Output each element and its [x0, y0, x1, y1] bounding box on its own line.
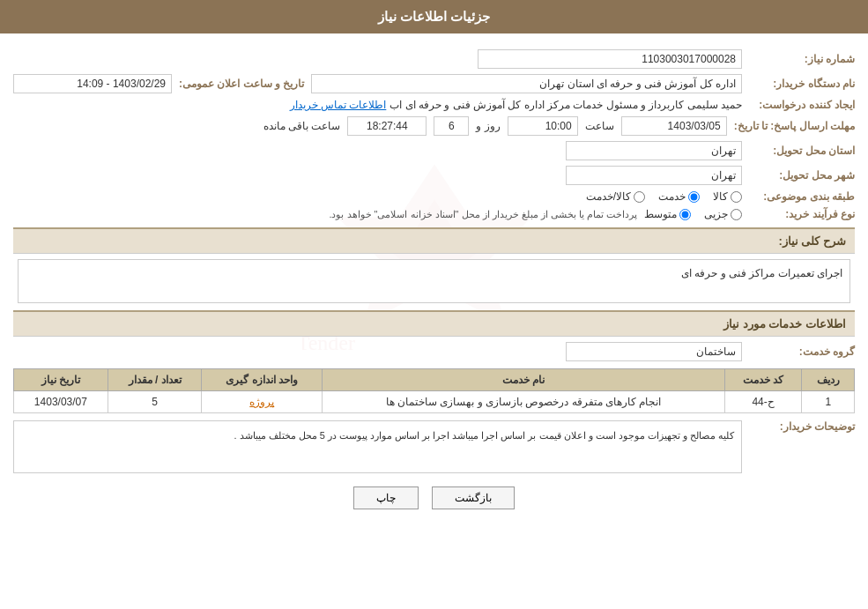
deadline-date: 1403/03/05	[621, 116, 727, 136]
buyer-org-label: نام دستگاه خریدار:	[749, 78, 855, 90]
purchase-type-jozi-label: جزیی	[704, 208, 728, 220]
city-value: تهران	[566, 166, 742, 185]
category-radio-group: کالا خدمت کالا/خدمت	[586, 190, 742, 203]
back-button[interactable]: بازگشت	[432, 486, 515, 509]
col-header-name: نام خدمت	[323, 369, 725, 391]
deadline-label: مهلت ارسال پاسخ: تا تاریخ:	[734, 120, 855, 132]
buyer-notes-label: توضیحات خریدار:	[749, 420, 855, 433]
category-option-kala[interactable]: کالا	[713, 190, 742, 203]
purchase-type-mottavasset[interactable]: متوسط	[644, 208, 691, 220]
category-kala-khedmat-label: کالا/خدمت	[586, 190, 631, 203]
province-value: تهران	[566, 141, 742, 160]
description-label: شرح کلی نیاز:	[778, 234, 846, 248]
page-title: جزئیات اطلاعات نیاز	[378, 9, 490, 24]
service-group-value: ساختمان	[566, 342, 742, 361]
creator-label: ایجاد کننده درخواست:	[749, 99, 855, 111]
buyer-notes-text: کلیه مصالح و تجهیزات موجود است و اعلان ق…	[234, 430, 734, 441]
buyer-org-value: اداره کل آموزش فنی و حرفه ای استان تهران	[311, 74, 742, 93]
deadline-remaining-label: ساعت باقی مانده	[263, 120, 341, 132]
table-cell-date: 1403/03/07	[14, 391, 108, 413]
description-box: اجرای تعمیرات مراکز فنی و حرفه ای	[18, 259, 850, 303]
table-cell-name: انجام کارهای متفرقه درخصوص بازسازی و بهس…	[323, 391, 725, 413]
col-header-code: کد خدمت	[724, 369, 802, 391]
button-row: بازگشت چاپ	[13, 486, 855, 509]
date-announce-label: تاریخ و ساعت اعلان عمومی:	[179, 78, 304, 90]
need-number-value: 1103003017000028	[478, 49, 742, 69]
deadline-remaining: 18:27:44	[347, 116, 427, 136]
deadline-time-label: ساعت	[585, 120, 614, 132]
category-option-khedmat[interactable]: خدمت	[658, 190, 700, 203]
description-section-title: شرح کلی نیاز:	[13, 227, 855, 254]
col-header-row: ردیف	[802, 369, 855, 391]
col-header-unit: واحد اندازه گیری	[202, 369, 323, 391]
deadline-time: 10:00	[508, 116, 578, 136]
service-table: ردیف کد خدمت نام خدمت واحد اندازه گیری ت…	[13, 368, 855, 413]
category-option-kala-khedmat[interactable]: کالا/خدمت	[586, 190, 645, 203]
creator-contact-link[interactable]: اطلاعات تماس خریدار	[290, 99, 387, 111]
service-group-label: گروه خدمت:	[749, 345, 855, 358]
purchase-type-radio-group: جزیی متوسط	[644, 208, 742, 220]
services-section-title: اطلاعات خدمات مورد نیاز	[13, 310, 855, 337]
table-cell-code: ح-44	[724, 391, 802, 413]
creator-value: حمید سلیمی کاربرداز و مسئول خدمات مرکز ا…	[389, 99, 742, 111]
table-row: 1ح-44انجام کارهای متفرقه درخصوص بازسازی …	[14, 391, 855, 413]
deadline-days-label: روز و	[476, 120, 500, 132]
date-announce-value: 1403/02/29 - 14:09	[13, 74, 172, 93]
city-label: شهر محل تحویل:	[749, 169, 855, 182]
province-label: استان محل تحویل:	[749, 145, 855, 157]
col-header-qty: تعداد / مقدار	[108, 369, 202, 391]
category-kala-label: کالا	[713, 190, 728, 203]
purchase-type-jozi[interactable]: جزیی	[704, 208, 742, 220]
table-cell-unit: پروژه	[202, 391, 323, 413]
purchase-type-label: نوع فرآیند خرید:	[749, 208, 855, 220]
buyer-notes-value: کلیه مصالح و تجهیزات موجود است و اعلان ق…	[13, 420, 742, 473]
page-header: جزئیات اطلاعات نیاز	[0, 0, 868, 33]
purchase-type-mottavasset-label: متوسط	[644, 208, 677, 220]
table-cell-quantity: 5	[108, 391, 202, 413]
table-cell-row: 1	[802, 391, 855, 413]
need-number-label: شماره نیاز:	[749, 53, 855, 65]
category-label: طبقه بندی موضوعی:	[749, 190, 855, 203]
deadline-days: 6	[434, 116, 469, 136]
category-khedmat-label: خدمت	[658, 190, 686, 203]
col-header-date: تاریخ نیاز	[14, 369, 108, 391]
print-button[interactable]: چاپ	[353, 486, 419, 509]
purchase-type-note: پرداخت تمام یا بخشی از مبلغ خریدار از مح…	[329, 209, 637, 220]
